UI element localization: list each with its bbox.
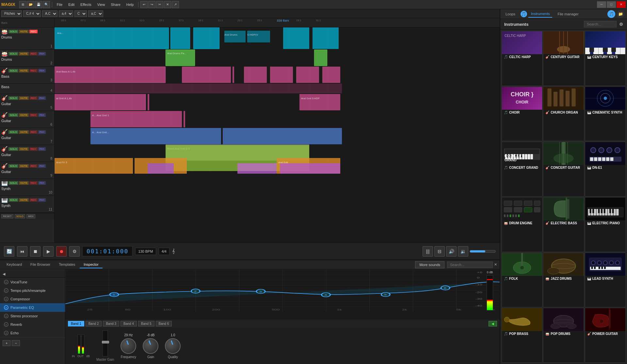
inst-jazz-drums[interactable]: 🥁 JAZZ DRUMS — [543, 253, 584, 308]
tab-filebrowser[interactable]: File Browser — [26, 261, 54, 268]
track-fx-2[interactable]: FX+ — [38, 52, 46, 55]
fx-remove-btn[interactable]: − — [12, 340, 20, 346]
track-solo-3[interactable]: SOLO — [8, 69, 18, 72]
instruments-search-input[interactable] — [584, 21, 617, 27]
fx-item-echo[interactable]: ○ Echo — [0, 329, 65, 337]
inst-century-guitar[interactable]: 🎸 CENTURY GUITAR — [543, 31, 584, 86]
eq-band-2-btn[interactable]: Band 2 — [86, 321, 102, 326]
inst-century-keys[interactable]: 🎹 CENTURY KEYS — [585, 31, 626, 86]
track-rec-11[interactable]: REC — [29, 198, 38, 202]
volume-slider[interactable] — [470, 250, 496, 253]
solo-all-btn[interactable]: SOLO — [15, 214, 25, 218]
track-mute-1[interactable]: HUTE — [19, 30, 29, 33]
inst-drum-engine[interactable]: 🥁 DRUM ENGINE — [502, 197, 542, 252]
metronome-icon[interactable]: 𝄞 — [172, 248, 175, 254]
fx-power-echo[interactable]: ○ — [4, 331, 8, 335]
track-fx-11[interactable]: FX+ — [38, 198, 46, 202]
maximize-btn[interactable]: □ — [607, 1, 616, 8]
track-rec-2[interactable]: REC — [29, 52, 38, 55]
track-fx-7[interactable]: FX+ — [38, 130, 46, 134]
view-btn-2[interactable]: ⊟ — [434, 246, 445, 257]
track-mute-5[interactable]: HUTE — [19, 96, 29, 100]
inst-folk[interactable]: 🎵 FOLK — [502, 253, 542, 308]
fx-item-stereo[interactable]: ○ Stereo processor — [0, 312, 65, 320]
inst-church-organ[interactable]: 🎸 CHURCH ORGAN — [543, 87, 584, 141]
loop-btn[interactable]: 🔄 — [4, 246, 14, 257]
track-solo-2[interactable]: SOLO — [8, 52, 18, 55]
record-btn[interactable]: ⏺ — [56, 246, 67, 257]
cut-tool[interactable]: ✂ — [156, 1, 163, 8]
inst-electric-piano[interactable]: 🎹 ELECTRIC PIANO — [585, 197, 626, 252]
eq-band-1-btn[interactable]: Band 1 — [68, 321, 84, 326]
tracks-viewport[interactable]: 110 Bars 05:1 07:1 09:1 11:1 13:1 15:1 1… — [55, 18, 500, 243]
minimize-btn[interactable]: ─ — [597, 1, 606, 8]
close-btn[interactable]: ✕ — [617, 1, 626, 8]
eq-enable-btn[interactable]: ◀ — [489, 321, 497, 326]
track-mute-11[interactable]: HUTE — [19, 198, 29, 202]
inst-top-tab-loops[interactable]: Loops — [503, 11, 518, 17]
play-btn[interactable]: ▶ — [43, 246, 54, 257]
track-solo-9[interactable]: SOLO — [8, 164, 18, 168]
inst-file-icon[interactable]: 📁 — [617, 10, 624, 18]
tab-templates[interactable]: Templates — [55, 261, 79, 268]
fx-chain-collapse[interactable]: ◀ — [3, 272, 5, 276]
vol-down-btn[interactable]: 🔉 — [458, 246, 468, 257]
track-fx-3[interactable]: FX+ — [38, 69, 46, 72]
key-select-1[interactable]: C,# 4 — [23, 10, 41, 17]
track-mute-10[interactable]: HUTE — [19, 181, 29, 185]
undo-btn[interactable]: ↩ — [140, 1, 148, 8]
fx-power-tempo[interactable]: ○ — [4, 288, 8, 293]
track-rec-1[interactable]: REC — [29, 30, 38, 33]
fx-power-vocaltune[interactable]: ○ — [4, 280, 8, 284]
track-rec-8[interactable]: REC — [29, 147, 38, 151]
track-rec-5[interactable]: REC — [29, 96, 38, 100]
quality-knob[interactable] — [165, 338, 181, 354]
inst-top-tab-filemanager[interactable]: File manager — [555, 11, 581, 17]
track-mute-3[interactable]: HUTE — [19, 69, 29, 72]
fx-item-tempo[interactable]: ○ Tempo pitch/resample — [0, 286, 65, 295]
eq-band-5-btn[interactable]: Band 5 — [138, 321, 154, 326]
track-mute-9[interactable]: HUTE — [19, 164, 29, 168]
settings-btn[interactable]: ⚙ — [69, 246, 80, 257]
menu-effects[interactable]: Effects — [78, 2, 94, 7]
track-solo-8[interactable]: SOLO — [8, 147, 18, 151]
inst-concert-grand[interactable]: 6 CONCERTGRAND 🎵 CONCERT GRAND — [502, 142, 542, 197]
fx-item-vocaltune[interactable]: ○ VocalTune — [0, 278, 65, 286]
track-mute-7[interactable]: HUTE — [19, 130, 29, 134]
fx-item-compressor[interactable]: ○ Compressor — [0, 295, 65, 303]
inst-power-guitar[interactable]: 🎸 POWER GUITAR — [585, 308, 626, 363]
eq-band-4-btn[interactable]: Band 4 — [121, 321, 137, 326]
track-fx-10[interactable]: FX+ — [38, 181, 46, 185]
key-select-3[interactable]: a,4 — [59, 10, 73, 17]
master-gain-slider[interactable] — [103, 330, 108, 356]
inst-lead-synth[interactable]: 🎹 LEAD SYNTH — [585, 253, 626, 308]
track-rec-10[interactable]: REC — [29, 181, 38, 185]
inst-electric-bass[interactable]: 🎸 ELECTRIC BASS — [543, 197, 584, 252]
track-rec-6[interactable]: REC — [29, 113, 38, 117]
fx-power-stereo[interactable]: ○ — [4, 314, 8, 318]
track-solo-11[interactable]: SOLO — [8, 198, 18, 202]
bottom-search-close[interactable]: ✕ — [494, 262, 497, 267]
track-solo-7[interactable]: SOLO — [8, 130, 18, 134]
menu-file[interactable]: File — [54, 2, 65, 7]
view-btn-3[interactable]: 🔊 — [446, 246, 457, 257]
pitches-select[interactable]: Pitches — [1, 10, 22, 17]
track-fx-9[interactable]: FX+ — [38, 164, 46, 168]
timeline-ruler[interactable]: 110 Bars 05:1 07:1 09:1 11:1 13:1 15:1 1… — [55, 18, 500, 27]
track-rec-7[interactable]: REC — [29, 130, 38, 134]
gain-knob[interactable] — [143, 338, 158, 354]
redo-btn[interactable]: ↪ — [148, 1, 155, 8]
track-solo-1[interactable]: SOLO — [8, 30, 18, 33]
inst-pop-brass[interactable]: 🎵 POP BRASS — [502, 308, 542, 363]
fx-item-parametric-eq[interactable]: ● Parametric EQ — [0, 303, 65, 312]
inst-choir[interactable]: CHOIR }CHOIR 🎵 CHOIR — [502, 87, 542, 141]
arrow-tool[interactable]: ↗ — [172, 1, 179, 8]
zoom-btn[interactable]: 🔍 — [43, 1, 50, 8]
master-gain-thumb[interactable] — [102, 341, 109, 343]
track-rec-3[interactable]: REC — [29, 69, 38, 72]
frequency-knob[interactable] — [121, 338, 136, 354]
key-select-4[interactable]: C — [74, 10, 87, 17]
key-select-5[interactable]: a,C — [88, 10, 103, 17]
track-mute-6[interactable]: HUTE — [19, 113, 29, 117]
fx-power-reverb[interactable]: ○ — [4, 322, 8, 327]
